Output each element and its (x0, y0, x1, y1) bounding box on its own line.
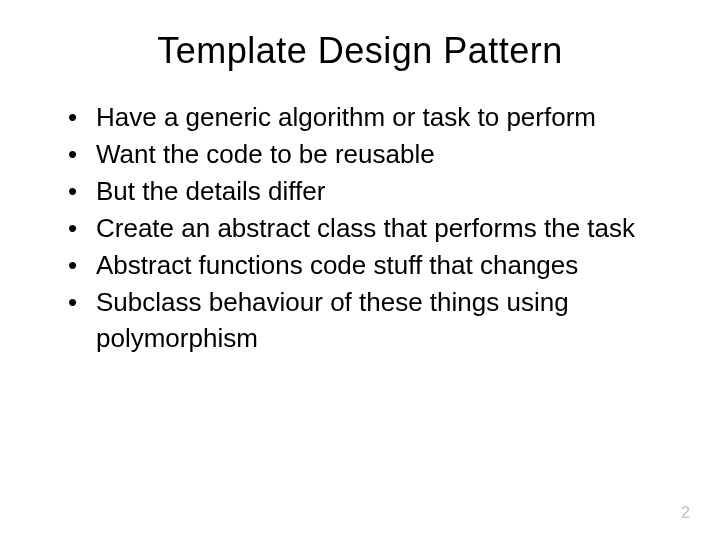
list-item: But the details differ (78, 174, 670, 209)
list-item: Have a generic algorithm or task to perf… (78, 100, 670, 135)
bullet-list: Have a generic algorithm or task to perf… (50, 100, 670, 356)
slide-title: Template Design Pattern (50, 30, 670, 72)
list-item: Abstract functions code stuff that chang… (78, 248, 670, 283)
page-number: 2 (681, 504, 690, 522)
list-item: Subclass behaviour of these things using… (78, 285, 670, 355)
list-item: Create an abstract class that performs t… (78, 211, 670, 246)
slide: Template Design Pattern Have a generic a… (0, 0, 720, 540)
list-item: Want the code to be reusable (78, 137, 670, 172)
